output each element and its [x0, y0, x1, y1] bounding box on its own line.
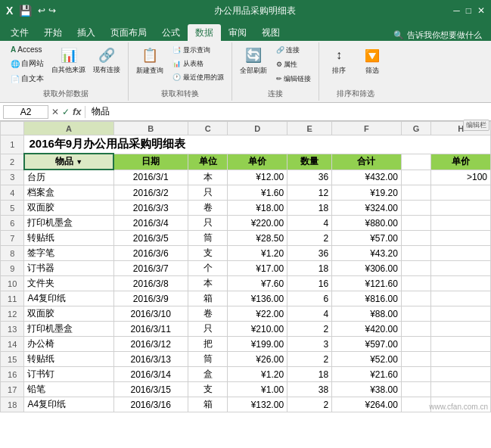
cell-D5[interactable]: ¥18.00 — [228, 201, 287, 216]
cell-B15[interactable]: 2016/3/13 — [113, 352, 188, 367]
save-icon[interactable]: 💾 — [19, 5, 32, 17]
cell-D12[interactable]: ¥22.00 — [228, 306, 287, 322]
cell-B17[interactable]: 2016/3/15 — [113, 382, 188, 397]
cell-B6[interactable]: 2016/3/4 — [113, 216, 188, 231]
cell-B3[interactable]: 2016/3/1 — [113, 170, 188, 185]
cancel-formula-icon[interactable]: ✕ — [51, 107, 59, 117]
cell-A8[interactable]: 签字笔 — [24, 246, 113, 261]
cell-D3[interactable]: ¥12.00 — [228, 170, 287, 185]
tab-layout[interactable]: 页面布局 — [103, 24, 154, 41]
cell-B7[interactable]: 2016/3/5 — [113, 231, 188, 246]
tab-insert[interactable]: 插入 — [70, 24, 103, 41]
cell-A9[interactable]: 订书器 — [24, 261, 113, 276]
cell-C9[interactable]: 个 — [188, 261, 227, 276]
cell-C10[interactable]: 本 — [188, 276, 227, 291]
cell-D16[interactable]: ¥1.20 — [228, 367, 287, 382]
cell-E7[interactable]: 2 — [287, 231, 332, 246]
new-query-button[interactable]: 📋 新建查询 — [133, 44, 166, 78]
cell-C17[interactable]: 支 — [188, 382, 227, 397]
cell-B14[interactable]: 2016/3/12 — [113, 337, 188, 352]
tab-home[interactable]: 开始 — [36, 24, 70, 41]
cell-E6[interactable]: 4 — [287, 216, 332, 231]
close-icon[interactable]: ✕ — [477, 5, 485, 16]
refresh-all-button[interactable]: 🔄 全部刷新 — [237, 44, 270, 78]
header-extra-price[interactable]: 单价 — [431, 154, 491, 170]
cell-B11[interactable]: 2016/3/9 — [113, 291, 188, 306]
redo-icon[interactable]: ↪ — [48, 5, 56, 16]
spreadsheet-title[interactable]: 2016年9月办公用品采购明细表 — [24, 135, 491, 154]
cell-A7[interactable]: 转贴纸 — [24, 231, 113, 246]
sort-button[interactable]: ↕ 排序 — [324, 44, 354, 78]
minimize-icon[interactable]: ─ — [453, 5, 460, 16]
cell-F11[interactable]: ¥816.00 — [332, 291, 402, 306]
cell-D17[interactable]: ¥1.00 — [228, 382, 287, 397]
cell-A18[interactable]: A4复印纸 — [24, 397, 113, 412]
cell-C13[interactable]: 只 — [188, 322, 227, 337]
header-price[interactable]: 单价 — [228, 154, 287, 170]
existing-conn-button[interactable]: 🔗 现有连接 — [90, 44, 123, 76]
cell-E3[interactable]: 36 — [287, 170, 332, 185]
cell-D10[interactable]: ¥7.60 — [228, 276, 287, 291]
cell-B16[interactable]: 2016/3/14 — [113, 367, 188, 382]
col-header-C[interactable]: C — [188, 122, 227, 135]
cell-C18[interactable]: 箱 — [188, 397, 227, 412]
tab-formula[interactable]: 公式 — [154, 24, 188, 41]
header-date[interactable]: 日期 — [113, 154, 188, 170]
cell-E16[interactable]: 18 — [287, 367, 332, 382]
cell-E17[interactable]: 38 — [287, 382, 332, 397]
tab-data[interactable]: 数据 — [188, 24, 221, 41]
from-table-button[interactable]: 📊 从表格 — [169, 58, 227, 70]
col-header-G[interactable]: G — [401, 122, 430, 135]
cell-C11[interactable]: 箱 — [188, 291, 227, 306]
cell-A14[interactable]: 办公椅 — [24, 337, 113, 352]
cell-F14[interactable]: ¥597.00 — [332, 337, 402, 352]
cell-F13[interactable]: ¥420.00 — [332, 322, 402, 337]
col-header-E[interactable]: E — [287, 122, 332, 135]
cell-C6[interactable]: 只 — [188, 216, 227, 231]
access-button[interactable]: A Access — [8, 44, 47, 55]
cell-D11[interactable]: ¥136.00 — [228, 291, 287, 306]
cell-reference[interactable]: A2 — [3, 105, 48, 119]
cell-A10[interactable]: 文件夹 — [24, 276, 113, 291]
header-total[interactable]: 合计 — [332, 154, 402, 170]
cell-E14[interactable]: 3 — [287, 337, 332, 352]
cell-D13[interactable]: ¥210.00 — [228, 322, 287, 337]
cell-E13[interactable]: 2 — [287, 322, 332, 337]
other-sources-button[interactable]: 📊 自其他来源 — [48, 44, 89, 76]
cell-E5[interactable]: 18 — [287, 201, 332, 216]
col-header-D[interactable]: D — [228, 122, 287, 135]
cell-H3[interactable]: >100 — [431, 170, 491, 185]
connections-button[interactable]: 🔗 连接 — [273, 44, 315, 57]
cell-B8[interactable]: 2016/3/6 — [113, 246, 188, 261]
cell-A6[interactable]: 打印机墨盒 — [24, 216, 113, 231]
cell-C7[interactable]: 筒 — [188, 231, 227, 246]
cell-E9[interactable]: 18 — [287, 261, 332, 276]
cell-B18[interactable]: 2016/3/16 — [113, 397, 188, 412]
properties-button[interactable]: ⚙ 属性 — [273, 58, 315, 71]
cell-F3[interactable]: ¥432.00 — [332, 170, 402, 185]
cell-F17[interactable]: ¥38.00 — [332, 382, 402, 397]
cell-C3[interactable]: 本 — [188, 170, 227, 185]
cell-A5[interactable]: 双面胶 — [24, 201, 113, 216]
col-header-A[interactable]: A — [24, 122, 113, 135]
cell-A11[interactable]: A4复印纸 — [24, 291, 113, 306]
maximize-icon[interactable]: □ — [466, 5, 471, 16]
cell-B5[interactable]: 2016/3/3 — [113, 201, 188, 216]
cell-C8[interactable]: 支 — [188, 246, 227, 261]
text-button[interactable]: 📄 自文本 — [8, 72, 47, 86]
cell-F9[interactable]: ¥306.00 — [332, 261, 402, 276]
cell-C16[interactable]: 盒 — [188, 367, 227, 382]
help-text[interactable]: 告诉我你想要做什么 — [407, 30, 482, 41]
cell-F16[interactable]: ¥21.60 — [332, 367, 402, 382]
recent-sources-button[interactable]: 🕐 最近使用的源 — [169, 71, 227, 84]
cell-E8[interactable]: 36 — [287, 246, 332, 261]
cell-C4[interactable]: 只 — [188, 185, 227, 201]
cell-E11[interactable]: 6 — [287, 291, 332, 306]
cell-D18[interactable]: ¥132.00 — [228, 397, 287, 412]
cell-A13[interactable]: 打印机墨盒 — [24, 322, 113, 337]
tab-view[interactable]: 视图 — [254, 24, 287, 41]
confirm-formula-icon[interactable]: ✓ — [62, 107, 70, 117]
cell-F18[interactable]: ¥264.00 — [332, 397, 402, 412]
cell-E4[interactable]: 12 — [287, 185, 332, 201]
cell-A12[interactable]: 双面胶 — [24, 306, 113, 322]
